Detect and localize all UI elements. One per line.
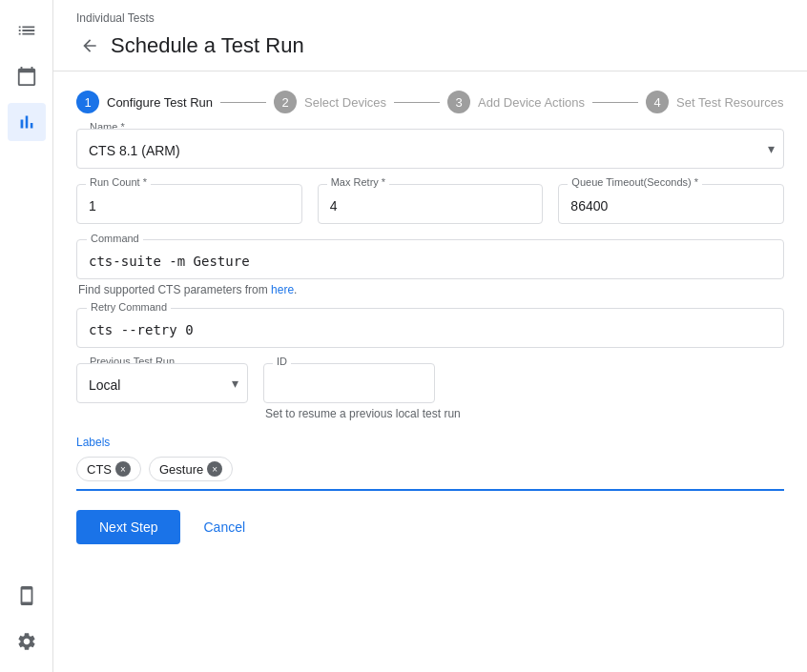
step-circle-4: 4 — [646, 91, 669, 113]
command-label: Command — [87, 233, 143, 244]
sidebar-item-calendar[interactable] — [8, 57, 46, 95]
name-select-wrapper: CTS 8.1 (ARM) ▾ — [76, 129, 784, 169]
prev-run-row: Previous Test Run Local Remote ▾ ID Set … — [76, 363, 784, 420]
step-connector-1 — [220, 102, 266, 103]
step-2: 2 Select Devices — [274, 91, 386, 113]
max-retry-field-group: Max Retry * — [318, 184, 544, 224]
queue-timeout-field-group: Queue Timeout(Seconds) * — [558, 184, 784, 224]
labels-chips: CTS × Gesture × — [76, 457, 784, 491]
buttons-row: Next Step Cancel — [76, 510, 784, 544]
hint-link[interactable]: here — [271, 283, 294, 296]
id-field-group-wrapper: ID Set to resume a previous local test r… — [263, 363, 784, 420]
form-area: Name * CTS 8.1 (ARM) ▾ Run Count * Max R… — [53, 129, 807, 567]
run-count-label: Run Count * — [86, 176, 151, 188]
id-label: ID — [273, 356, 291, 367]
chip-gesture-text: Gesture — [159, 462, 203, 477]
step-connector-3 — [592, 102, 638, 103]
run-count-input[interactable] — [76, 184, 302, 224]
step-1: 1 Configure Test Run — [76, 91, 213, 113]
queue-timeout-input[interactable] — [558, 184, 784, 224]
name-field-group: Name * CTS 8.1 (ARM) ▾ — [76, 129, 784, 169]
prev-test-run-field-group: Previous Test Run Local Remote ▾ — [76, 363, 248, 403]
retry-command-input[interactable] — [77, 309, 783, 347]
step-label-3: Add Device Actions — [478, 95, 585, 110]
chip-cts: CTS × — [76, 457, 141, 481]
id-helper-text: Set to resume a previous local test run — [263, 407, 784, 420]
name-select[interactable]: CTS 8.1 (ARM) — [76, 129, 784, 169]
step-connector-2 — [394, 102, 440, 103]
labels-title: Labels — [76, 436, 784, 449]
page-header: Schedule a Test Run — [53, 29, 807, 71]
breadcrumb: Individual Tests — [53, 0, 807, 29]
command-hint: Find supported CTS parameters from here. — [76, 283, 784, 296]
queue-timeout-label: Queue Timeout(Seconds) * — [568, 176, 702, 188]
sidebar-item-chart[interactable] — [8, 103, 46, 141]
chip-cts-text: CTS — [87, 462, 112, 477]
sidebar — [0, 0, 53, 672]
chip-gesture: Gesture × — [149, 457, 233, 481]
page-title: Schedule a Test Run — [111, 33, 304, 58]
retry-command-label: Retry Command — [87, 301, 171, 313]
id-field-group: ID — [263, 363, 435, 403]
main-content: Individual Tests Schedule a Test Run 1 C… — [53, 0, 807, 672]
counts-row: Run Count * Max Retry * Queue Timeout(Se… — [76, 184, 784, 224]
cancel-button[interactable]: Cancel — [196, 510, 253, 544]
back-button[interactable] — [76, 32, 103, 59]
step-label-1: Configure Test Run — [107, 95, 213, 110]
stepper: 1 Configure Test Run 2 Select Devices 3 … — [53, 71, 807, 129]
retry-command-block: Retry Command — [76, 308, 784, 348]
next-step-button[interactable]: Next Step — [76, 510, 180, 544]
prev-test-run-select[interactable]: Local Remote — [76, 363, 248, 403]
chip-gesture-remove-button[interactable]: × — [207, 461, 222, 477]
step-circle-2: 2 — [274, 91, 297, 113]
prev-test-run-select-wrapper: Local Remote ▾ — [76, 363, 248, 403]
sidebar-item-gear[interactable] — [8, 622, 46, 661]
max-retry-input[interactable] — [318, 184, 544, 224]
step-circle-3: 3 — [447, 91, 470, 113]
command-input[interactable] — [77, 240, 783, 278]
sidebar-item-phone[interactable] — [8, 577, 46, 615]
chip-cts-remove-button[interactable]: × — [115, 461, 131, 477]
id-input[interactable] — [263, 363, 435, 403]
step-4: 4 Set Test Resources — [646, 91, 783, 113]
run-count-field-group: Run Count * — [76, 184, 302, 224]
max-retry-label: Max Retry * — [327, 176, 389, 188]
sidebar-item-list[interactable] — [8, 11, 46, 50]
step-circle-1: 1 — [76, 91, 99, 113]
step-label-4: Set Test Resources — [676, 95, 783, 110]
step-label-2: Select Devices — [304, 95, 386, 110]
command-block: Command — [76, 239, 784, 279]
step-3: 3 Add Device Actions — [447, 91, 585, 113]
labels-section: Labels CTS × Gesture × — [76, 436, 784, 491]
